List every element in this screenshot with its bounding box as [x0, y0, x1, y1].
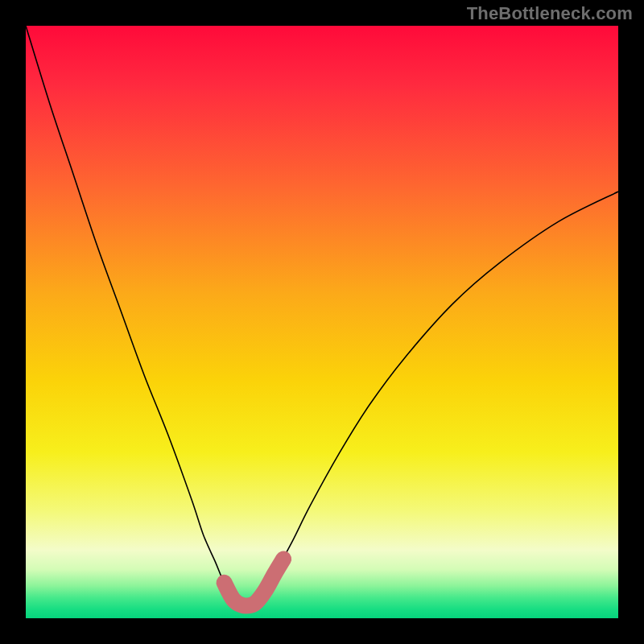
watermark-text: TheBottleneck.com: [467, 3, 633, 24]
gradient-background: [26, 26, 618, 618]
chart-svg: [26, 26, 618, 618]
plot-area: [26, 26, 618, 618]
chart-frame: TheBottleneck.com: [0, 0, 644, 644]
